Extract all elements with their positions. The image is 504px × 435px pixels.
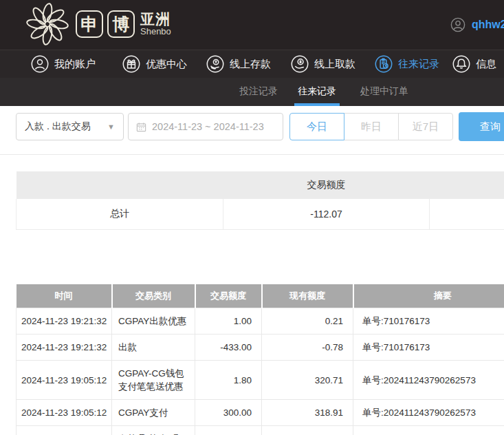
- table-cell: CGPAY-CG钱包支付笔笔送优惠: [112, 361, 195, 400]
- date-range-input[interactable]: 2024-11-23 ~ 2024-11-23: [128, 113, 283, 140]
- button-label: 近7日: [413, 120, 439, 132]
- table-cell: 1.80: [195, 361, 262, 400]
- user-account[interactable]: qhhw2: [450, 0, 504, 50]
- table-cell: 2024-11-23 19:21:32: [17, 308, 112, 335]
- table-cell: 2024-11-23 19:05:12: [17, 361, 112, 400]
- logo-char: 博: [113, 13, 130, 36]
- table-cell: 电子钱包月月返现_1123: [353, 426, 504, 435]
- table-cell: 出款: [112, 335, 195, 361]
- table-cell: 单号:710176173: [353, 308, 504, 335]
- tab-label: 处理中订单: [360, 85, 408, 96]
- summary-row-label: 总计: [17, 199, 223, 230]
- transaction-type-select[interactable]: 入款 . 出款交易 ▼: [16, 113, 124, 140]
- tab-label: 往来记录: [298, 85, 336, 96]
- nav-label: 往来记录: [398, 58, 439, 71]
- summary-header-cell: [430, 171, 504, 199]
- column-header-type: 交易类别: [112, 284, 195, 308]
- chevron-down-icon: ▼: [107, 123, 115, 131]
- button-label: 昨日: [361, 120, 382, 132]
- table-cell: 存款/取款/打码/损益: [112, 426, 195, 435]
- button-label: 今日: [307, 120, 327, 132]
- column-header-balance: 现有额度: [262, 284, 353, 308]
- table-cell: 18.91: [262, 426, 353, 435]
- table-cell: -0.78: [262, 335, 353, 361]
- logo-char-box: 申: [76, 10, 103, 38]
- nav-item-withdraw[interactable]: 线上取款: [291, 50, 355, 78]
- nav-label: 信息: [476, 58, 496, 71]
- summary-header-cell: [17, 171, 223, 199]
- summary-table: 交易额度 总计 -112.07: [16, 171, 504, 230]
- yesterday-button[interactable]: 昨日: [344, 113, 399, 140]
- nav-item-messages[interactable]: 信息: [452, 50, 496, 78]
- table-cell: CGPAY出款优惠: [112, 308, 195, 335]
- table-cell: 2024-11-23 19:21:32: [17, 335, 112, 361]
- user-icon: [31, 55, 49, 73]
- table-row: 2024-11-23 19:21:32出款-433.00-0.78单号:7101…: [17, 335, 504, 361]
- table-cell: 单号:202411243790262573: [353, 361, 504, 400]
- table-cell: 2024-11-23 19:05:12: [17, 400, 112, 426]
- column-header-summary: 摘要: [353, 284, 504, 308]
- main-nav: 我的账户 优惠中心 线上存款 线上取款 往来记录: [0, 50, 504, 78]
- nav-label: 线上取款: [314, 58, 355, 71]
- quick-date-group: 今日 昨日 近7日: [289, 113, 453, 140]
- table-cell: 300.00: [195, 400, 262, 426]
- table-row: 2024-11-23 19:05:12CGPAY支付300.00318.91单号…: [17, 400, 504, 426]
- logo-char-box: 博: [107, 10, 135, 38]
- logo-en-text: Shenbo: [140, 27, 171, 36]
- page: { "brand": { "flower_icon": "flower-logo…: [0, 0, 504, 435]
- column-header-time: 时间: [17, 284, 112, 308]
- withdraw-coin-icon: [291, 55, 309, 73]
- table-row: 2024-11-23 19:21:32CGPAY出款优惠1.000.21单号:7…: [17, 308, 504, 335]
- table-cell: 318.91: [262, 400, 353, 426]
- gift-icon: [122, 55, 140, 73]
- table-cell: 单号:710176173: [353, 335, 504, 361]
- deposit-coin-icon: [206, 55, 224, 73]
- tab-pending-orders[interactable]: 处理中订单: [357, 78, 412, 103]
- table-cell: 18.00: [195, 426, 262, 435]
- top-header: 申 博 亚洲 Shenbo qhhw2: [0, 0, 504, 50]
- transactions-section: 时间 交易类别 交易额度 现有额度 摘要 2024-11-23 19:21:32…: [16, 284, 504, 435]
- table-body: 2024-11-23 19:21:32CGPAY出款优惠1.000.21单号:7…: [17, 308, 504, 435]
- summary-section: 交易额度 总计 -112.07: [16, 171, 504, 230]
- table-header-row: 时间 交易类别 交易额度 现有额度 摘要: [17, 284, 504, 308]
- table-row: 2024-11-23 19:04:42存款/取款/打码/损益18.0018.91…: [17, 426, 504, 435]
- today-button[interactable]: 今日: [289, 113, 344, 140]
- summary-empty-cell: [430, 199, 504, 230]
- summary-total-value: -112.07: [223, 199, 430, 230]
- brand-logo[interactable]: 申 博 亚洲 Shenbo: [26, 3, 171, 45]
- sub-nav: 投注记录 往来记录 处理中订单: [0, 78, 504, 106]
- date-range-value: 2024-11-23 ~ 2024-11-23: [152, 121, 264, 132]
- summary-header-row: 交易额度: [17, 171, 504, 199]
- transactions-table: 时间 交易类别 交易额度 现有额度 摘要 2024-11-23 19:21:32…: [16, 284, 504, 435]
- flower-logo-icon: [26, 3, 69, 45]
- filter-bar: 入款 . 出款交易 ▼ 2024-11-23 ~ 2024-11-23 今日 昨…: [0, 106, 504, 155]
- nav-item-deposit[interactable]: 线上存款: [206, 50, 271, 78]
- records-clipboard-icon: [375, 55, 393, 73]
- nav-item-transaction-records[interactable]: 往来记录: [375, 50, 439, 78]
- nav-label: 优惠中心: [146, 58, 187, 71]
- summary-total-row: 总计 -112.07: [17, 199, 504, 230]
- nav-label: 线上存款: [230, 58, 271, 71]
- select-value: 入款 . 出款交易: [25, 120, 91, 133]
- user-avatar-icon: [450, 17, 465, 32]
- table-cell: 0.21: [262, 308, 353, 335]
- search-button[interactable]: 查询: [459, 112, 504, 141]
- table-cell: 单号:202411243790262573: [353, 400, 504, 426]
- tab-bet-records[interactable]: 投注记录: [236, 78, 281, 103]
- bell-icon: [452, 55, 470, 73]
- table-cell: 2024-11-23 19:04:42: [17, 426, 112, 435]
- column-header-amount: 交易额度: [195, 284, 262, 308]
- table-cell: 320.71: [262, 361, 353, 400]
- logo-char: 申: [81, 13, 98, 36]
- nav-item-promotions[interactable]: 优惠中心: [122, 50, 187, 78]
- table-row: 2024-11-23 19:05:12CGPAY-CG钱包支付笔笔送优惠1.80…: [17, 361, 504, 400]
- table-cell: -433.00: [195, 335, 262, 361]
- calendar-icon: [136, 122, 146, 132]
- username-text[interactable]: qhhw2: [472, 19, 504, 31]
- last-7-days-button[interactable]: 近7日: [398, 113, 453, 140]
- nav-item-my-account[interactable]: 我的账户: [31, 50, 96, 78]
- button-label: 查询: [480, 120, 501, 132]
- tab-transaction-records[interactable]: 往来记录: [294, 78, 340, 106]
- tab-label: 投注记录: [239, 85, 278, 96]
- nav-label: 我的账户: [54, 58, 96, 71]
